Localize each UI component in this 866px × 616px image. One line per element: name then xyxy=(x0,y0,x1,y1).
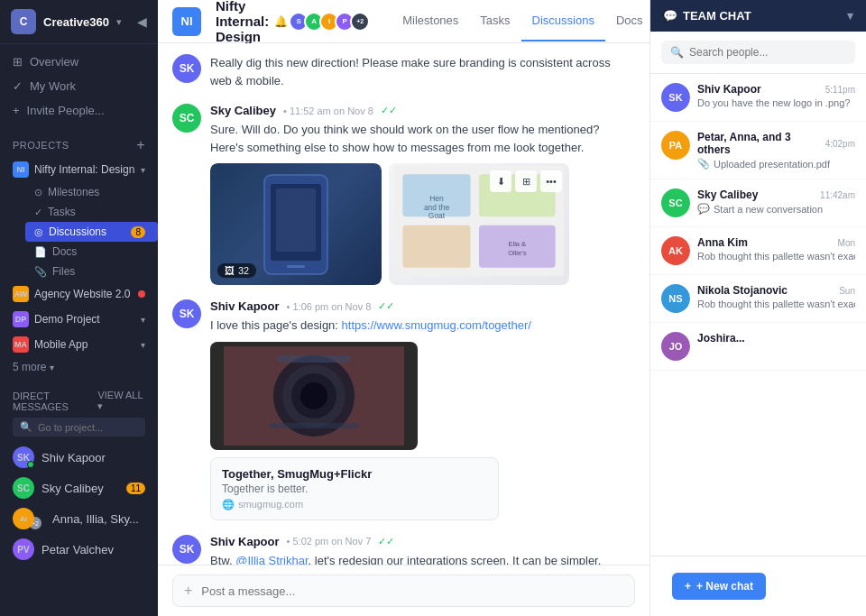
overview-icon: ⊞ xyxy=(13,55,23,69)
sub-item-discussions-label: Discussions xyxy=(49,225,106,238)
dm-group-avatars: AI +2 xyxy=(13,508,41,529)
sub-item-files[interactable]: 📎 Files xyxy=(25,262,158,281)
add-attachment-icon[interactable]: + xyxy=(184,583,192,599)
message-link[interactable]: https://www.smugmug.com/together/ xyxy=(342,318,531,332)
brand-logo: C xyxy=(11,9,36,34)
mention-link[interactable]: @Illia Strikhar xyxy=(235,554,308,565)
dm-search-icon: 🔍 xyxy=(20,421,32,433)
chat-item-content-shiv: Shiv Kapoor 5:11pm Do you have the new l… xyxy=(697,83,855,108)
msg-header-3: Shiv Kapoor • 1:06 pm on Nov 8 ✓✓ xyxy=(210,299,635,313)
dm-view-all[interactable]: View all ▾ xyxy=(97,390,145,412)
project-item-mobile[interactable]: MA Mobile App ▾ xyxy=(0,332,158,357)
chat-name-shiv: Shiv Kapoor xyxy=(697,83,761,96)
msg-content-1: Really dig this new direction! Please ma… xyxy=(210,54,635,89)
project-item-nifty[interactable]: NI Nifty Internal: Design ▾ xyxy=(0,157,158,182)
chat-time-nikola: Sun xyxy=(839,286,855,296)
globe-icon: 🌐 xyxy=(222,499,235,510)
search-people-icon: 🔍 xyxy=(670,46,684,59)
msg-time-3: • 1:06 pm on Nov 8 xyxy=(287,301,372,312)
sidebar-item-invite[interactable]: + Invite People... xyxy=(0,98,158,123)
sub-item-files-label: Files xyxy=(52,265,75,278)
tab-milestones[interactable]: Milestones xyxy=(392,1,469,41)
invite-icon: + xyxy=(13,104,20,117)
demo-chevron: ▾ xyxy=(141,315,145,325)
gallery-more-button[interactable]: ••• xyxy=(540,170,562,192)
dm-item-sky[interactable]: SC Sky Calibey 11 xyxy=(0,473,158,503)
svg-point-19 xyxy=(300,382,327,409)
project-mobile-label: Mobile App xyxy=(34,338,88,351)
message-3: SK Shiv Kapoor • 1:06 pm on Nov 8 ✓✓ I l… xyxy=(172,299,635,520)
sidebar-item-my-work[interactable]: ✓ My Work xyxy=(0,74,158,98)
chat-item-nikola[interactable]: NS Nikola Stojanovic Sun Rob thought thi… xyxy=(650,275,866,323)
chat-item-header-joshua: Joshira... xyxy=(697,332,855,345)
team-chat-collapse-icon[interactable]: ▾ xyxy=(847,9,853,23)
link-preview-title: Together, SmugMug+Flickr xyxy=(222,467,372,481)
chat-item-sky[interactable]: SC Sky Calibey 11:42am 💬 Start a new con… xyxy=(650,179,866,227)
new-chat-plus-icon: + xyxy=(685,580,691,593)
dm-search-container: 🔍 xyxy=(0,416,158,442)
sub-item-tasks-label: Tasks xyxy=(48,206,76,218)
sub-item-milestones[interactable]: ⊙ Milestones xyxy=(25,182,158,202)
new-chat-label: + New chat xyxy=(696,580,753,593)
sub-item-discussions[interactable]: ◎ Discussions 8 xyxy=(25,222,158,242)
dm-item-group[interactable]: AI +2 Anna, Illia, Sky... xyxy=(0,503,158,534)
brand-dropdown-icon[interactable]: ▾ xyxy=(116,16,122,28)
brand-name: Creative360 xyxy=(43,15,109,29)
five-more-link[interactable]: 5 more ▾ xyxy=(0,357,158,377)
projects-section-header: PROJECTS + xyxy=(0,128,158,157)
dm-item-petar[interactable]: PV Petar Valchev xyxy=(0,534,158,565)
chat-preview-anna: Rob thought this pallette wasn't exactly… xyxy=(697,251,855,262)
search-people-container: 🔍 xyxy=(650,32,866,74)
gallery-img-2: Hen and the Goat Ella & Ollie's ⬇ xyxy=(389,163,569,285)
chat-avatar-shiv: SK xyxy=(661,83,690,112)
project-item-agency[interactable]: AW Agency Website 2.0 xyxy=(0,281,158,307)
tab-docs[interactable]: Docs xyxy=(605,1,650,41)
chat-avatar-group: PA xyxy=(661,131,690,160)
gallery-download-button[interactable]: ⬇ xyxy=(490,170,511,192)
gallery-view-button[interactable]: ⊞ xyxy=(515,170,537,192)
dm-item-petar-label: Petar Valchev xyxy=(41,543,114,556)
brand[interactable]: C Creative360 ▾ xyxy=(11,9,122,34)
chat-item-content-anna: Anna Kim Mon Rob thought this pallette w… xyxy=(697,236,855,262)
svg-rect-10 xyxy=(402,225,470,268)
add-project-button[interactable]: + xyxy=(136,137,145,153)
chat-name-group: Petar, Anna, and 3 others xyxy=(697,131,825,156)
sub-item-docs[interactable]: 📄 Docs xyxy=(25,242,158,262)
chat-item-joshua[interactable]: JO Joshira... xyxy=(650,323,866,371)
dm-item-shiv[interactable]: SK Shiv Kapoor xyxy=(0,442,158,473)
team-chat-title: TEAM CHAT xyxy=(683,9,751,23)
msg-check-4: ✓✓ xyxy=(378,536,394,547)
chat-time-sky: 11:42am xyxy=(820,190,855,200)
search-people-input-box: 🔍 xyxy=(661,41,855,64)
tab-discussions[interactable]: Discussions xyxy=(521,1,605,41)
chat-time-anna: Mon xyxy=(838,238,855,248)
tab-tasks[interactable]: Tasks xyxy=(469,1,521,41)
msg-avatar-3: SK xyxy=(172,299,201,328)
msg-header-4: Shiv Kapoor • 5:02 pm on Nov 7 ✓✓ xyxy=(210,535,635,548)
chat-item-anna[interactable]: AK Anna Kim Mon Rob thought this pallett… xyxy=(650,227,866,275)
collapse-icon[interactable]: ◀ xyxy=(137,14,147,29)
sidebar-item-overview[interactable]: ⊞ Overview xyxy=(0,50,158,74)
chat-item-shiv[interactable]: SK Shiv Kapoor 5:11pm Do you have the ne… xyxy=(650,74,866,122)
message-2: SC Sky Calibey • 11:52 am on Nov 8 ✓✓ Su… xyxy=(172,104,635,285)
project-avatar-dp: DP xyxy=(13,311,29,327)
sub-item-tasks[interactable]: ✓ Tasks xyxy=(25,202,158,222)
project-item-demo[interactable]: DP Demo Project ▾ xyxy=(0,307,158,332)
image-gallery: 🖼 32 Hen and the xyxy=(210,163,635,285)
chat-item-content-sky: Sky Calibey 11:42am 💬 Start a new conver… xyxy=(697,188,855,215)
message-input[interactable] xyxy=(201,584,623,598)
svg-text:Ollie's: Ollie's xyxy=(508,249,526,257)
sidebar-header: C Creative360 ▾ ◀ xyxy=(0,0,158,44)
dm-search-input[interactable] xyxy=(38,422,138,433)
link-preview-content: Together, SmugMug+Flickr Together is bet… xyxy=(222,467,372,510)
msg-text-1: Really dig this new direction! Please ma… xyxy=(210,54,635,89)
project-title: Nifty Internal: Design 🔔 S A I P +2 xyxy=(216,0,370,44)
svg-text:Ella &: Ella & xyxy=(508,240,526,248)
chat-item-header-group: Petar, Anna, and 3 others 4:02pm xyxy=(697,131,855,156)
msg-content-2: Sky Calibey • 11:52 am on Nov 8 ✓✓ Sure.… xyxy=(210,104,635,285)
new-chat-button[interactable]: + + New chat xyxy=(672,573,766,600)
mobile-chevron: ▾ xyxy=(141,340,145,350)
search-people-input[interactable] xyxy=(689,46,846,59)
chat-icon: 💬 xyxy=(663,9,677,23)
chat-item-group[interactable]: PA Petar, Anna, and 3 others 4:02pm 📎 Up… xyxy=(650,122,866,179)
